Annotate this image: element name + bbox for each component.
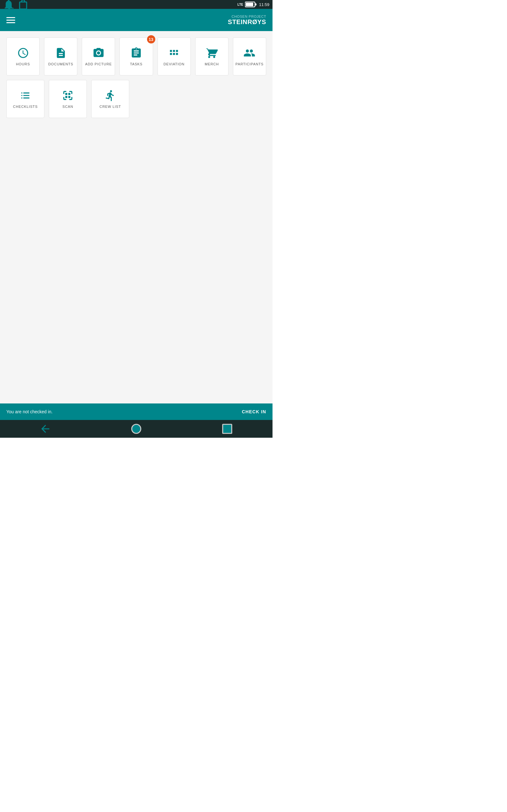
tile-tasks-label: TASKS [130, 62, 143, 66]
tile-add-picture-label: ADD PICTURE [85, 62, 112, 66]
tile-participants[interactable]: PARTICIPANTS [233, 38, 266, 75]
cart-icon [206, 47, 218, 59]
main-content: HOURS DOCUMENTS ADD PICTURE 13 TASKS [0, 31, 273, 403]
project-info: CHOSEN PROJECT STEINRØYS [228, 14, 266, 26]
document-icon [55, 47, 67, 59]
svg-rect-8 [222, 424, 232, 434]
tile-merch-label: MERCH [205, 62, 219, 66]
project-name: STEINRØYS [228, 18, 266, 26]
crew-icon [104, 90, 116, 101]
status-bar: LTE 11:59 [0, 0, 273, 9]
tile-hours[interactable]: HOURS [6, 38, 40, 75]
check-in-button[interactable]: CHECK IN [242, 409, 266, 414]
tile-scan-label: SCAN [62, 105, 73, 108]
tile-merch[interactable]: MERCH [195, 38, 228, 75]
tile-tasks[interactable]: 13 TASKS [119, 38, 153, 75]
tile-hours-label: HOURS [16, 62, 30, 66]
tasks-badge: 13 [147, 35, 155, 44]
svg-rect-1 [255, 3, 257, 5]
tile-documents[interactable]: DOCUMENTS [44, 38, 77, 75]
svg-point-7 [132, 424, 141, 434]
participants-icon [243, 47, 256, 59]
nav-bar [0, 420, 273, 438]
svg-rect-2 [246, 3, 253, 6]
tile-add-picture[interactable]: ADD PICTURE [82, 38, 115, 75]
tile-scan[interactable]: SCAN [49, 80, 87, 118]
recent-apps-button[interactable] [221, 423, 233, 435]
lte-label: LTE [237, 3, 243, 6]
tile-deviation-label: DEVIATION [164, 62, 184, 66]
svg-rect-6 [68, 96, 70, 98]
scan-icon [62, 90, 74, 101]
tile-checklists-label: CHECKLISTS [13, 105, 38, 108]
svg-rect-5 [65, 96, 67, 98]
deviation-icon [168, 47, 180, 59]
tile-crew-list[interactable]: CREW LIST [91, 80, 129, 118]
check-in-status: You are not checked in. [6, 409, 53, 414]
svg-rect-4 [68, 93, 70, 95]
tile-participants-label: PARTICIPANTS [235, 62, 264, 66]
home-icon [130, 423, 142, 435]
tasks-icon [130, 47, 142, 59]
tile-documents-label: DOCUMENTS [48, 62, 73, 66]
time-display: 11:59 [259, 2, 269, 7]
back-icon [39, 423, 51, 435]
back-button[interactable] [39, 423, 51, 435]
recent-apps-icon [221, 423, 233, 435]
tiles-row-1: HOURS DOCUMENTS ADD PICTURE 13 TASKS [6, 38, 266, 75]
tiles-row-2: CHECKLISTS SCAN CREW LIST [6, 80, 266, 118]
bottom-bar: You are not checked in. CHECK IN [0, 403, 273, 420]
camera-icon [93, 47, 105, 59]
tile-deviation[interactable]: DEVIATION [158, 38, 191, 75]
checklists-icon [19, 90, 32, 101]
clock-icon [17, 47, 29, 59]
svg-rect-3 [65, 93, 67, 95]
hamburger-menu[interactable] [6, 17, 15, 23]
tile-crew-list-label: CREW LIST [100, 105, 121, 108]
tiles-grid: HOURS DOCUMENTS ADD PICTURE 13 TASKS [6, 38, 266, 118]
home-button[interactable] [130, 423, 142, 435]
app-header: CHOSEN PROJECT STEINRØYS [0, 9, 273, 31]
tile-checklists[interactable]: CHECKLISTS [6, 80, 44, 118]
chosen-project-label: CHOSEN PROJECT [228, 14, 266, 18]
